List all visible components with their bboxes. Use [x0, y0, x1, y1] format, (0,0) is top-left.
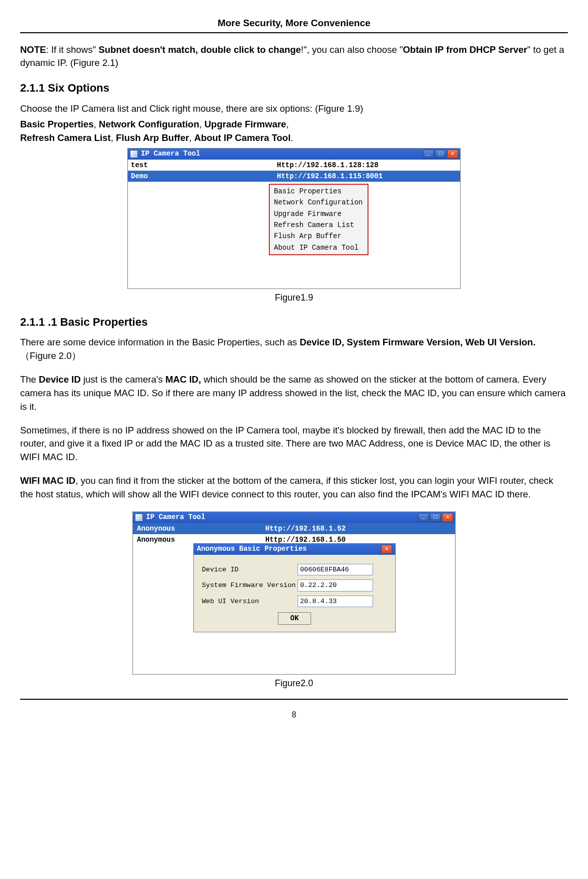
figure-1-9-caption: Figure1.9 — [20, 291, 568, 304]
figure-2-0: IP Camera Tool _ □ ✕ Anonynous Http://19… — [20, 511, 568, 690]
p4-bold: WIFI MAC ID — [20, 475, 76, 486]
camera-url: Http://192.168.1.115:8001 — [277, 171, 383, 181]
app-icon — [130, 150, 138, 158]
camera-name: Anonynous — [137, 524, 265, 534]
dialog-titlebar: Anonymous Basic Properties ✕ — [194, 544, 395, 555]
opt-about-tool: About IP Camera Tool — [194, 132, 291, 143]
camera-row-test[interactable]: test Http://192.168.1.128:128 — [128, 160, 460, 171]
p2-b2: MAC ID, — [165, 374, 201, 385]
camera-url: Http://192.168.1.128:128 — [277, 160, 379, 170]
section-2111-p1: There are some device information in the… — [20, 336, 568, 363]
camera-row-anon-1[interactable]: Anonynous Http://192.168.1.52 — [133, 523, 455, 534]
note-paragraph: NOTE: If it shows" Subnet doesn't match,… — [20, 43, 568, 70]
ok-button[interactable]: OK — [278, 612, 312, 624]
close-button[interactable]: ✕ — [447, 150, 458, 159]
p1-bold: Device ID, System Firmware Version, Web … — [300, 337, 536, 347]
section-211-line1: Choose the IP Camera list and Click righ… — [20, 102, 568, 116]
dialog-body: Device ID 00606E8FBA46 System Firmware V… — [194, 555, 395, 632]
window-body: Anonynous Http://192.168.1.52 Anonymous … — [133, 523, 455, 674]
dialog-title: Anonymous Basic Properties — [197, 544, 381, 554]
p4-post: , you can find it from the sticker at th… — [20, 475, 553, 499]
note-text-1: : If it shows" — [46, 44, 98, 55]
p2-mid: just is the camera's — [81, 374, 165, 385]
menu-basic-properties[interactable]: Basic Properties — [271, 186, 366, 197]
context-menu: Basic Properties Network Configuration U… — [269, 184, 369, 255]
note-bold-2: Obtain IP from DHCP Server — [403, 44, 527, 55]
field-label: System Firmware Version — [202, 580, 298, 591]
dialog-close-button[interactable]: ✕ — [381, 545, 392, 554]
section-2111-p2: The Device ID just is the camera's MAC I… — [20, 373, 568, 413]
menu-flush-arp[interactable]: Flush Arp Buffer — [271, 231, 366, 242]
note-label: NOTE — [20, 44, 46, 55]
window-titlebar: IP Camera Tool _ □ ✕ — [133, 512, 455, 523]
field-label: Web UI Version — [202, 597, 298, 607]
page-header: More Security, More Convenience — [20, 16, 568, 33]
menu-network-config[interactable]: Network Configuration — [271, 197, 366, 208]
p2-b1: Device ID — [39, 374, 81, 385]
opt-flush-arp: Flush Arp Buffer — [116, 132, 189, 143]
figure-1-9: IP Camera Tool _ □ ✕ test Http://192.168… — [20, 148, 568, 304]
app-icon — [135, 514, 143, 522]
opt-refresh-list: Refresh Camera List — [20, 132, 111, 143]
window-body: test Http://192.168.1.128:128 Demo Http:… — [128, 160, 460, 288]
opt-upgrade-firmware: Upgrade Firmware — [204, 119, 286, 129]
window-title: IP Camera Tool — [146, 512, 418, 522]
window-title: IP Camera Tool — [141, 149, 423, 159]
basic-properties-dialog: Anonymous Basic Properties ✕ Device ID 0… — [193, 543, 396, 632]
field-value: 20.8.4.33 — [298, 596, 373, 608]
menu-about-tool[interactable]: About IP Camera Tool — [271, 242, 366, 253]
note-text-2: !", you can also choose " — [301, 44, 403, 55]
p2-pre: The — [20, 374, 39, 385]
field-device-id: Device ID 00606E8FBA46 — [202, 564, 387, 576]
maximize-button[interactable]: □ — [435, 150, 446, 159]
page-number: 8 — [20, 699, 568, 720]
p1-post: （Figure 2.0） — [20, 350, 81, 361]
section-211-options: Basic Properties, Network Configuration,… — [20, 118, 568, 145]
section-2111-p3: Sometimes, if there is no IP address sho… — [20, 424, 568, 464]
note-bold-1: Subnet doesn't match, double click to ch… — [99, 44, 301, 55]
field-web-ui-version: Web UI Version 20.8.4.33 — [202, 596, 387, 608]
field-value: 00606E8FBA46 — [298, 564, 373, 576]
camera-row-demo[interactable]: Demo Http://192.168.1.115:8001 — [128, 171, 460, 182]
camera-name: Demo — [131, 171, 277, 181]
p1-pre: There are some device information in the… — [20, 337, 300, 347]
field-value: 0.22.2.20 — [298, 579, 373, 592]
minimize-button[interactable]: _ — [418, 513, 429, 522]
camera-name: test — [131, 160, 277, 170]
ip-camera-tool-window-2: IP Camera Tool _ □ ✕ Anonynous Http://19… — [132, 511, 456, 675]
ip-camera-tool-window: IP Camera Tool _ □ ✕ test Http://192.168… — [127, 148, 461, 289]
menu-refresh-list[interactable]: Refresh Camera List — [271, 219, 366, 231]
field-label: Device ID — [202, 565, 298, 575]
section-2111-p4: WIFI MAC ID, you can find it from the st… — [20, 474, 568, 501]
close-button[interactable]: ✕ — [442, 513, 453, 522]
camera-url: Http://192.168.1.52 — [265, 524, 346, 534]
opt-network-config: Network Configuration — [99, 119, 199, 129]
section-2111-title: 2.1.1 .1 Basic Properties — [20, 314, 568, 330]
figure-2-0-caption: Figure2.0 — [20, 677, 568, 690]
minimize-button[interactable]: _ — [423, 150, 434, 159]
window-titlebar: IP Camera Tool _ □ ✕ — [128, 149, 460, 160]
maximize-button[interactable]: □ — [430, 513, 441, 522]
section-211-title: 2.1.1 Six Options — [20, 80, 568, 96]
opt-basic-properties: Basic Properties — [20, 119, 94, 129]
menu-upgrade-firmware[interactable]: Upgrade Firmware — [271, 208, 366, 219]
field-firmware-version: System Firmware Version 0.22.2.20 — [202, 579, 387, 592]
